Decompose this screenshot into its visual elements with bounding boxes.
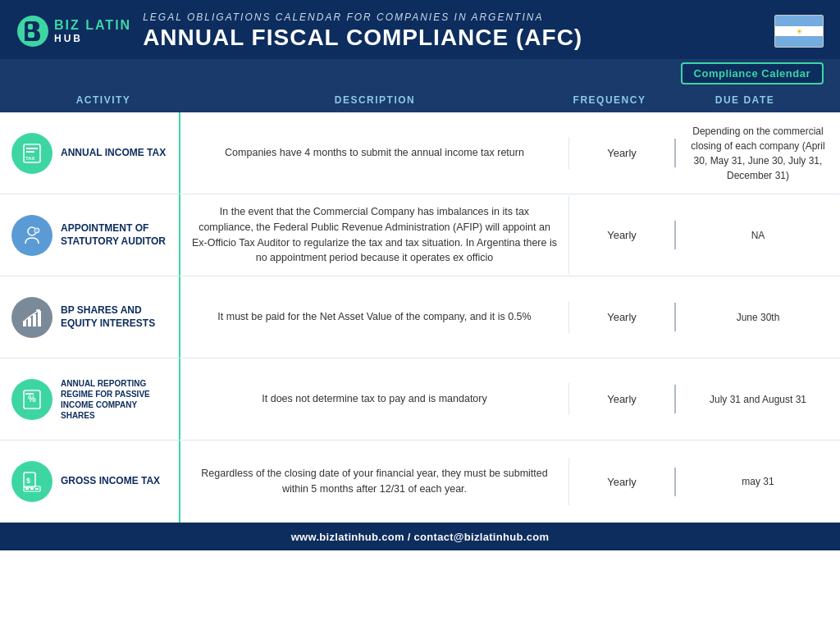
svg-rect-21 xyxy=(30,488,34,490)
svg-rect-4 xyxy=(26,148,38,149)
col-duedate: Due Date xyxy=(663,94,827,106)
cell-activity-5: $ Gross Income Tax xyxy=(0,441,180,523)
table-body: TAX Annual Income Tax Companies have 4 m… xyxy=(0,112,840,523)
cell-duedate-4: July 31 and August 31 xyxy=(676,384,840,415)
table-row: BP Shares and Equity Interests It must b… xyxy=(0,276,840,358)
cell-frequency-4: Yearly xyxy=(569,385,676,413)
logo: BIZ LATIN HUB xyxy=(16,15,131,48)
col-description: Description xyxy=(194,94,556,106)
cell-duedate-1: Depending on the commercial closing of e… xyxy=(676,116,840,191)
flag-stripe-top xyxy=(775,16,823,26)
gross-income-icon: $ xyxy=(11,461,52,502)
cell-description-5: Regardless of the closing date of your f… xyxy=(180,458,569,505)
cell-description-1: Companies have 4 months to submit the an… xyxy=(180,137,569,169)
cell-frequency-5: Yearly xyxy=(569,468,676,496)
cell-description-3: It must be paid for the Net Asset Value … xyxy=(180,301,569,333)
tax-icon: TAX xyxy=(11,133,52,174)
header-main-title: Annual Fiscal Compliance (AFC) xyxy=(143,25,582,51)
reporting-icon: % xyxy=(11,379,52,420)
svg-rect-22 xyxy=(35,488,39,490)
activity-name-2: Appointment of Statutory Auditor xyxy=(61,222,171,248)
svg-text:$: $ xyxy=(26,477,30,485)
logo-text: BIZ LATIN HUB xyxy=(54,18,131,44)
sun-symbol: ☀ xyxy=(796,27,803,36)
svg-rect-10 xyxy=(23,321,26,326)
cell-activity-1: TAX Annual Income Tax xyxy=(0,112,180,194)
gross-svg: $ xyxy=(21,470,43,493)
cell-description-4: It does not determine tax to pay and is … xyxy=(180,383,569,415)
auditor-icon: Q xyxy=(11,215,52,256)
header-left: BIZ LATIN HUB Legal Obligations Calendar… xyxy=(16,11,582,51)
table-row: $ Gross Income Tax Regardless of the clo… xyxy=(0,441,840,523)
table-row: Q Appointment of Statutory Auditor In th… xyxy=(0,194,840,276)
cell-frequency-3: Yearly xyxy=(569,303,676,331)
cell-duedate-3: June 30th xyxy=(676,302,840,333)
svg-rect-12 xyxy=(33,314,36,326)
tax-svg: TAX xyxy=(21,142,43,165)
col-activity: Activity xyxy=(13,94,194,106)
shares-icon xyxy=(11,297,52,338)
header-title-block: Legal Obligations Calendar for Companies… xyxy=(143,11,582,51)
cell-frequency-1: Yearly xyxy=(569,139,676,167)
svg-rect-11 xyxy=(28,317,31,326)
auditor-svg: Q xyxy=(21,224,43,247)
activity-name-4: Annual Reporting Regime for Passive Inco… xyxy=(61,378,171,421)
badge-row: Compliance Calendar xyxy=(0,59,840,88)
activity-name-1: Annual Income Tax xyxy=(61,147,166,160)
cell-duedate-5: may 31 xyxy=(676,466,840,497)
svg-text:TAX: TAX xyxy=(25,156,35,161)
cell-activity-2: Q Appointment of Statutory Auditor xyxy=(0,194,180,276)
svg-text:%: % xyxy=(28,394,36,404)
flag-stripe-bot xyxy=(775,36,823,47)
footer-text: www.bizlatinhub.com / contact@bizlatinhu… xyxy=(291,531,550,543)
cell-activity-4: % Annual Reporting Regime for Passive In… xyxy=(0,358,180,440)
svg-rect-2 xyxy=(28,32,34,38)
activity-name-5: Gross Income Tax xyxy=(61,475,160,488)
activity-name-3: BP Shares and Equity Interests xyxy=(61,304,171,330)
page-header: BIZ LATIN HUB Legal Obligations Calendar… xyxy=(0,0,840,59)
table-container: Activity Description Frequency Due Date … xyxy=(0,88,840,523)
cell-description-2: In the event that the Commercial Company… xyxy=(180,196,569,274)
col-frequency: Frequency xyxy=(556,94,663,106)
svg-rect-5 xyxy=(26,151,34,153)
cell-activity-3: BP Shares and Equity Interests xyxy=(0,276,180,358)
page-footer: www.bizlatinhub.com / contact@bizlatinhu… xyxy=(0,523,840,550)
cell-frequency-2: Yearly xyxy=(569,221,676,249)
logo-icon xyxy=(16,15,49,48)
svg-rect-20 xyxy=(25,488,29,490)
cell-duedate-2: NA xyxy=(676,220,840,251)
table-row: TAX Annual Income Tax Companies have 4 m… xyxy=(0,112,840,194)
shares-svg xyxy=(21,306,43,329)
flag-stripe-mid: ☀ xyxy=(775,26,823,37)
svg-text:Q: Q xyxy=(36,228,39,233)
table-header: Activity Description Frequency Due Date xyxy=(0,88,840,112)
svg-rect-1 xyxy=(28,24,33,30)
argentina-flag: ☀ xyxy=(774,15,824,48)
header-subtitle: Legal Obligations Calendar for Companies… xyxy=(143,11,582,23)
table-row: % Annual Reporting Regime for Passive In… xyxy=(0,358,840,441)
reporting-svg: % xyxy=(21,388,43,411)
compliance-badge: Compliance Calendar xyxy=(681,62,824,84)
svg-rect-16 xyxy=(25,393,34,395)
